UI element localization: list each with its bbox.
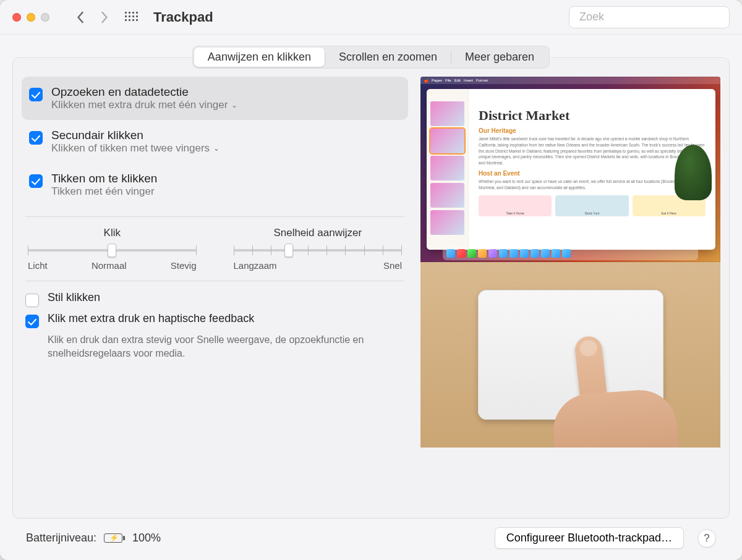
preferences-window: Trackpad Aanwijzen en klikken Scrollen e… bbox=[0, 0, 742, 560]
footer: Batterijniveau: ⚡ 100% Configureer Bluet… bbox=[12, 519, 730, 560]
preview-heading2: Host an Event bbox=[479, 170, 706, 177]
option-force-label: Klik met extra druk en haptische feedbac… bbox=[48, 312, 254, 325]
checkbox-tap[interactable] bbox=[29, 174, 43, 188]
option-tap-sub: Tikken met één vinger bbox=[51, 185, 157, 198]
help-button[interactable]: ? bbox=[697, 529, 716, 548]
show-all-icon[interactable] bbox=[125, 12, 136, 23]
checkbox-silent[interactable] bbox=[25, 294, 39, 307]
option-secondary-title: Secundair klikken bbox=[51, 129, 220, 142]
configure-bluetooth-button[interactable]: Configureer Bluetooth-trackpad… bbox=[495, 527, 684, 549]
preview-menubar: 🍎PagesFileEditInsertFormat bbox=[420, 77, 720, 84]
slider-tracking: Snelheid aanwijzer Langzaam Snel bbox=[234, 227, 403, 271]
option-secondary-click[interactable]: Secundair klikken Klikken of tikken met … bbox=[22, 120, 408, 163]
divider bbox=[25, 216, 404, 217]
option-secondary-sub[interactable]: Klikken of tikken met twee vingers ⌄ bbox=[51, 142, 220, 155]
checkbox-secondary[interactable] bbox=[29, 131, 43, 145]
hand-graphic bbox=[535, 330, 646, 448]
divider bbox=[25, 281, 404, 281]
preview-dock bbox=[443, 247, 698, 260]
forward-button bbox=[95, 8, 114, 27]
preview-body2: Whether you want to rent our space or ha… bbox=[479, 179, 706, 191]
option-lookup[interactable]: Opzoeken en datadetectie Klikken met ext… bbox=[22, 77, 408, 120]
zoom-window-button bbox=[41, 13, 49, 22]
option-force-desc: Klik en druk dan extra stevig voor Snell… bbox=[48, 333, 369, 360]
option-silent-click[interactable]: Stil klikken bbox=[25, 291, 404, 307]
preview-app-window: District Market Our Heritage Janet Mille… bbox=[427, 89, 715, 250]
tab-point-click[interactable]: Aanwijzen en klikken bbox=[194, 48, 325, 67]
slider-tracking-labels: Langzaam Snel bbox=[234, 260, 403, 271]
slider-click: Klik Licht Normaal Stevig bbox=[28, 227, 197, 271]
battery-icon: ⚡ bbox=[104, 533, 122, 543]
preview-image bbox=[675, 145, 712, 200]
slider-tracking-thumb[interactable] bbox=[284, 244, 293, 257]
preview-body1: Janet Millet's little sandwich truck sur… bbox=[479, 136, 706, 166]
slider-tracking-track[interactable] bbox=[234, 244, 403, 257]
battery-label: Batterijniveau: bbox=[26, 532, 96, 545]
back-button[interactable] bbox=[70, 8, 89, 27]
option-lookup-title: Opzoeken en datadetectie bbox=[51, 85, 237, 99]
search-field[interactable] bbox=[569, 6, 730, 28]
slider-tracking-title: Snelheid aanwijzer bbox=[273, 227, 362, 239]
preview-doc-title: District Market bbox=[479, 108, 706, 124]
option-tap-to-click[interactable]: Tikken om te klikken Tikken met één ving… bbox=[22, 163, 408, 206]
option-force-click[interactable]: Klik met extra druk en haptische feedbac… bbox=[25, 312, 404, 328]
close-window-button[interactable] bbox=[12, 13, 21, 22]
tab-bar: Aanwijzen en klikken Scrollen en zoomen … bbox=[192, 46, 550, 69]
checkbox-lookup[interactable] bbox=[29, 88, 43, 101]
option-silent-label: Stil klikken bbox=[48, 291, 100, 304]
gesture-preview-trackpad bbox=[420, 262, 720, 448]
search-input[interactable] bbox=[579, 11, 723, 23]
option-tap-title: Tikken om te klikken bbox=[51, 172, 157, 185]
titlebar: Trackpad bbox=[0, 0, 742, 35]
window-controls bbox=[12, 13, 49, 22]
gesture-preview-screen: 🍎PagesFileEditInsertFormat District Mark… bbox=[420, 77, 720, 262]
option-lookup-sub[interactable]: Klikken met extra druk met één vinger ⌄ bbox=[51, 99, 237, 111]
slider-click-title: Klik bbox=[104, 227, 121, 239]
chevron-down-icon: ⌄ bbox=[213, 144, 220, 153]
window-title: Trackpad bbox=[153, 9, 213, 25]
checkbox-force[interactable] bbox=[25, 315, 39, 328]
tab-more-gestures[interactable]: Meer gebaren bbox=[451, 48, 548, 67]
battery-percent: 100% bbox=[132, 532, 161, 545]
slider-click-labels: Licht Normaal Stevig bbox=[28, 260, 197, 271]
tab-scroll-zoom[interactable]: Scrollen en zoomen bbox=[325, 48, 451, 67]
settings-panel: Opzoeken en datadetectie Klikken met ext… bbox=[12, 57, 730, 519]
slider-click-thumb[interactable] bbox=[108, 244, 116, 257]
minimize-window-button[interactable] bbox=[27, 13, 35, 22]
chevron-down-icon: ⌄ bbox=[231, 101, 237, 109]
slider-click-track[interactable] bbox=[28, 244, 197, 257]
preview-heading1: Our Heritage bbox=[479, 127, 706, 134]
